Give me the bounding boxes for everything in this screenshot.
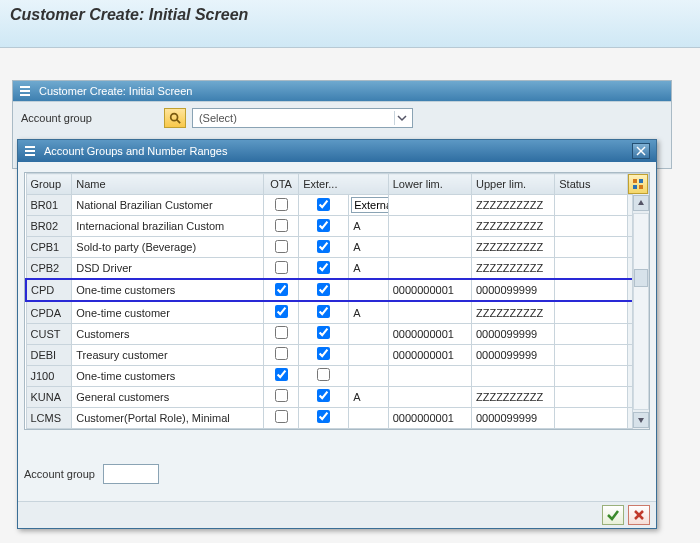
account-group-select[interactable]: (Select) xyxy=(192,108,413,128)
cell-lower[interactable] xyxy=(388,365,471,386)
cell-name[interactable]: Sold-to party (Beverage) xyxy=(72,237,264,258)
cell-extern-text[interactable]: A xyxy=(349,301,389,323)
cell-group[interactable]: CUST xyxy=(26,323,72,344)
cell-lower[interactable]: 0000000001 xyxy=(388,407,471,428)
ota-checkbox[interactable] xyxy=(275,219,288,232)
cell-name[interactable]: One-time customers xyxy=(72,365,264,386)
cell-extern-check[interactable] xyxy=(299,344,349,365)
extern-checkbox[interactable] xyxy=(317,410,330,423)
cell-ota[interactable] xyxy=(263,301,298,323)
cell-lower[interactable] xyxy=(388,301,471,323)
cell-name[interactable]: One-time customers xyxy=(72,279,264,301)
cell-status[interactable] xyxy=(555,195,628,216)
cell-group[interactable]: CPB1 xyxy=(26,237,72,258)
cell-extern-check[interactable] xyxy=(299,386,349,407)
extern-checkbox[interactable] xyxy=(317,389,330,402)
cell-group[interactable]: CPDA xyxy=(26,301,72,323)
cell-ota[interactable] xyxy=(263,407,298,428)
cell-status[interactable] xyxy=(555,344,628,365)
cancel-button[interactable] xyxy=(628,505,650,525)
cell-upper[interactable]: ZZZZZZZZZZ xyxy=(471,301,554,323)
cell-ota[interactable] xyxy=(263,365,298,386)
extern-checkbox[interactable] xyxy=(317,283,330,296)
cell-name[interactable]: DSD Driver xyxy=(72,258,264,280)
cell-group[interactable]: KUNA xyxy=(26,386,72,407)
cell-upper[interactable]: ZZZZZZZZZZ xyxy=(471,237,554,258)
scroll-down-icon[interactable] xyxy=(633,412,649,428)
cell-group[interactable]: BR01 xyxy=(26,195,72,216)
cell-lower[interactable] xyxy=(388,386,471,407)
extern-checkbox[interactable] xyxy=(317,326,330,339)
cell-extern-text[interactable] xyxy=(349,365,389,386)
cell-extern-text[interactable] xyxy=(349,344,389,365)
cell-upper[interactable]: 0000099999 xyxy=(471,344,554,365)
cell-lower[interactable] xyxy=(388,195,471,216)
cell-ota[interactable] xyxy=(263,258,298,280)
cell-extern-check[interactable] xyxy=(299,216,349,237)
cell-upper[interactable]: 0000099999 xyxy=(471,407,554,428)
cell-lower[interactable] xyxy=(388,258,471,280)
cell-upper[interactable] xyxy=(471,365,554,386)
scroll-up-icon[interactable] xyxy=(633,195,649,211)
confirm-button[interactable] xyxy=(602,505,624,525)
col-lower[interactable]: Lower lim. xyxy=(388,174,471,195)
table-row[interactable]: CPDOne-time customers0000000001000009999… xyxy=(26,279,649,301)
cell-ota[interactable] xyxy=(263,344,298,365)
cell-extern-text[interactable] xyxy=(349,323,389,344)
extern-checkbox[interactable] xyxy=(317,305,330,318)
ota-checkbox[interactable] xyxy=(275,198,288,211)
table-row[interactable]: CPB1Sold-to party (Beverage)AZZZZZZZZZZ xyxy=(26,237,649,258)
footer-account-group-input[interactable] xyxy=(103,464,159,484)
cell-extern-text[interactable]: A xyxy=(349,216,389,237)
configure-columns[interactable] xyxy=(628,174,649,195)
cell-upper[interactable]: ZZZZZZZZZZ xyxy=(471,258,554,280)
cell-name[interactable]: Treasury customer xyxy=(72,344,264,365)
cell-extern-check[interactable] xyxy=(299,323,349,344)
cell-name[interactable]: General customers xyxy=(72,386,264,407)
cell-lower[interactable] xyxy=(388,237,471,258)
cell-extern-check[interactable] xyxy=(299,365,349,386)
cell-upper[interactable]: 0000099999 xyxy=(471,323,554,344)
cell-group[interactable]: CPB2 xyxy=(26,258,72,280)
cell-extern-text[interactable] xyxy=(349,407,389,428)
ota-checkbox[interactable] xyxy=(275,326,288,339)
grid-table[interactable]: Group Name OTA Exter... Lower lim. Upper… xyxy=(25,173,649,429)
ota-checkbox[interactable] xyxy=(275,240,288,253)
cell-ota[interactable] xyxy=(263,237,298,258)
cell-group[interactable]: DEBI xyxy=(26,344,72,365)
col-group[interactable]: Group xyxy=(26,174,72,195)
cell-extern-text[interactable] xyxy=(349,195,389,216)
ota-checkbox[interactable] xyxy=(275,305,288,318)
extern-checkbox[interactable] xyxy=(317,368,330,381)
col-upper[interactable]: Upper lim. xyxy=(471,174,554,195)
cell-status[interactable] xyxy=(555,365,628,386)
cell-status[interactable] xyxy=(555,386,628,407)
extern-input[interactable] xyxy=(351,197,388,213)
cell-status[interactable] xyxy=(555,301,628,323)
table-row[interactable]: CUSTCustomers00000000010000099999 xyxy=(26,323,649,344)
extern-checkbox[interactable] xyxy=(317,240,330,253)
cell-name[interactable]: National Brazilian Customer xyxy=(72,195,264,216)
cell-group[interactable]: CPD xyxy=(26,279,72,301)
cell-name[interactable]: Customers xyxy=(72,323,264,344)
extern-checkbox[interactable] xyxy=(317,347,330,360)
cell-status[interactable] xyxy=(555,237,628,258)
ota-checkbox[interactable] xyxy=(275,283,288,296)
cell-status[interactable] xyxy=(555,216,628,237)
cell-extern-check[interactable] xyxy=(299,195,349,216)
cell-status[interactable] xyxy=(555,258,628,280)
col-ota[interactable]: OTA xyxy=(263,174,298,195)
scroll-track[interactable] xyxy=(633,213,649,410)
cell-lower[interactable]: 0000000001 xyxy=(388,344,471,365)
table-row[interactable]: BR02Internacional brazilian CustomAZZZZZ… xyxy=(26,216,649,237)
cell-group[interactable]: BR02 xyxy=(26,216,72,237)
ota-checkbox[interactable] xyxy=(275,261,288,274)
cell-ota[interactable] xyxy=(263,216,298,237)
table-row[interactable]: DEBITreasury customer0000000001000009999… xyxy=(26,344,649,365)
close-button[interactable] xyxy=(632,143,650,159)
cell-ota[interactable] xyxy=(263,195,298,216)
table-row[interactable]: BR01National Brazilian CustomerZZZZZZZZZ… xyxy=(26,195,649,216)
cell-ota[interactable] xyxy=(263,386,298,407)
ota-checkbox[interactable] xyxy=(275,389,288,402)
cell-lower[interactable]: 0000000001 xyxy=(388,279,471,301)
